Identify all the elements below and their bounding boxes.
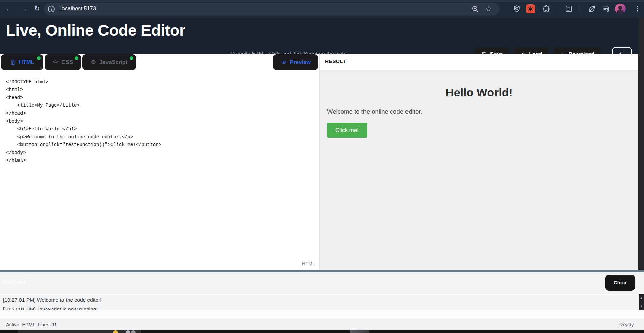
reload-icon[interactable]: ↻ [34,4,40,13]
result-title: RESULT [325,58,346,64]
code-editor[interactable]: <!DOCTYPE html> <html> <head> <title>My … [6,78,161,164]
taskbar-segment [350,330,369,333]
tab-status-dot [130,56,133,60]
url-bar[interactable]: i localhost:5173 ☆ [44,3,500,15]
page-title: Live, Online Code Editor [6,21,185,39]
status-active-file: Active: HTML [6,322,35,327]
preview-paragraph: Welcome to the online code editor. [327,108,422,115]
zoom-icon[interactable] [472,6,479,12]
browser-tab-strip [0,0,644,2]
red-extension-icon[interactable] [526,4,535,13]
console-panel: Console Clear [10:27:01 PM] Welcome to t… [0,272,644,310]
console-messages: [10:27:01 PM] Welcome to the code editor… [0,294,638,311]
clear-console-button[interactable]: Clear [605,275,635,291]
html-file-icon [10,59,15,65]
scroll-down-icon[interactable]: ▼ [639,304,644,309]
bookmark-star-icon[interactable]: ☆ [485,5,492,13]
site-info-icon[interactable]: i [48,6,55,12]
result-header: RESULT [320,54,638,70]
status-ready: Ready [619,322,634,327]
tab-status-dot [75,56,78,60]
status-bar: Active: HTML Lines: 11 Ready [0,319,644,330]
tab-status-dot [37,56,41,60]
taskbar-segment [18,330,141,333]
editor-panel: HTML <> CSS ⚙ JavaScript Preview <!DOCTY… [0,54,319,270]
console-resize-divider[interactable] [0,270,644,272]
taskbar-icon[interactable] [131,330,136,333]
tab-css[interactable]: <> CSS [45,54,81,70]
taskbar-icon[interactable] [113,330,118,333]
page-scrollbar[interactable] [638,18,644,270]
scroll-up-icon[interactable]: ▲ [639,295,644,300]
browser-chrome: ← → ↻ i localhost:5173 ☆ ⋮ [0,0,644,18]
css-code-icon: <> [53,59,58,65]
status-line-count: Lines: 11 [38,322,57,327]
result-panel: RESULT Hello World! Welcome to the onlin… [320,54,638,270]
back-icon[interactable]: ← [5,4,12,13]
taskbar-icon[interactable] [126,330,130,333]
preview-button[interactable]: Preview [273,54,318,70]
energy-leaf-icon[interactable] [588,5,596,13]
app-header: Live, Online Code Editor Compile HTML, C… [0,18,644,54]
chrome-menu-icon[interactable]: ⋮ [634,4,641,12]
eye-icon [281,60,287,65]
chrome-separator [579,5,579,12]
preview-click-me-button[interactable]: Click me! [327,123,367,138]
extensions-puzzle-icon[interactable] [542,5,550,13]
console-title: Console [3,279,26,285]
gear-icon: ⚙ [91,59,96,66]
editor-language-watermark: HTML [302,261,315,266]
tab-html[interactable]: HTML [1,54,43,70]
console-scrollbar[interactable]: ▲ ▼ [639,294,644,310]
media-playlist-icon[interactable] [602,5,611,13]
url-text: localhost:5173 [60,6,96,12]
reading-list-icon[interactable] [565,5,573,13]
shield-extension-icon[interactable] [513,5,521,13]
os-taskbar [0,330,644,333]
profile-avatar[interactable] [615,4,626,14]
preview-heading: Hello World! [320,86,638,99]
chrome-separator [557,5,557,12]
console-message: [10:27:01 PM] Welcome to the code editor… [0,295,638,304]
console-footer-strip [0,310,644,319]
forward-icon[interactable]: → [20,4,27,13]
tab-javascript[interactable]: ⚙ JavaScript [82,54,136,70]
